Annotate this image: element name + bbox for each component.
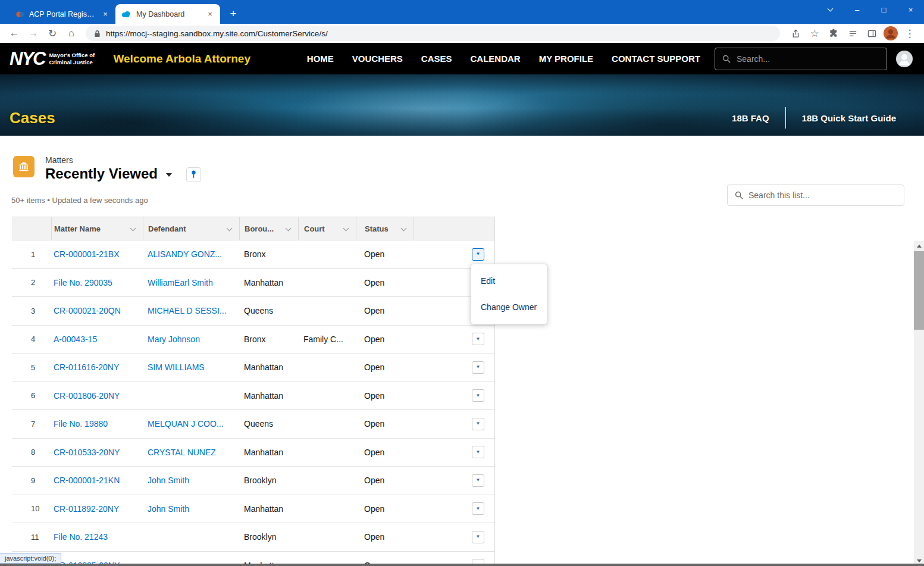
menu-item-edit[interactable]: Edit [471, 268, 547, 294]
user-avatar-icon[interactable] [895, 50, 913, 68]
matter-link[interactable]: CR-000021-20QN [54, 306, 121, 315]
court-cell [298, 495, 356, 523]
matter-link[interactable]: CR-011616-20NY [54, 362, 119, 372]
defendant-link[interactable]: SIM WILLIAMS [148, 362, 205, 372]
profile-avatar[interactable] [882, 25, 899, 42]
defendant-link[interactable]: WilliamEarl Smith [148, 278, 213, 287]
list-view-selector[interactable]: Recently Viewed [45, 165, 172, 182]
nav-link-cases[interactable]: CASES [421, 54, 452, 64]
tab-close-icon[interactable]: × [101, 10, 110, 19]
nav-link-calendar[interactable]: CALENDAR [471, 54, 521, 64]
header-search-input[interactable] [737, 54, 867, 64]
refresh-button[interactable]: ↻ [44, 25, 61, 42]
url-text[interactable]: https://mocj--staging.sandbox.my.site.co… [106, 29, 328, 38]
row-number-cell: 7 [12, 410, 51, 438]
nyc-logo[interactable]: NYC [10, 48, 45, 70]
menu-item-change-owner[interactable]: Change Owner [471, 294, 547, 320]
row-actions-button[interactable]: ▼ [472, 361, 484, 374]
column-header-bor[interactable]: Borou... [239, 217, 298, 240]
column-header-status[interactable]: Status [356, 217, 414, 240]
row-actions-button[interactable]: ▼ [472, 418, 484, 430]
defendant-link[interactable]: ALISANDY GONZ... [148, 249, 222, 259]
share-icon[interactable] [787, 25, 804, 42]
back-button[interactable]: ← [6, 25, 23, 42]
action-cell: ▼ [414, 326, 494, 354]
row-actions-button[interactable]: ▼ [472, 446, 484, 458]
row-actions-button[interactable]: ▼ [472, 333, 484, 345]
home-button[interactable]: ⌂ [63, 25, 80, 42]
window-minimize-button[interactable]: – [844, 0, 870, 19]
defendant-link[interactable]: John Smith [148, 476, 189, 485]
table-row: 4A-00043-15Mary JohnsonBronxFamily C...O… [12, 326, 494, 354]
matters-entity-icon [13, 156, 35, 177]
matter-link[interactable]: File No. 21243 [54, 532, 108, 542]
row-number-cell: 1 [12, 240, 51, 268]
window-maximize-button[interactable]: □ [870, 0, 897, 19]
matter-link[interactable]: File No. 290035 [54, 278, 112, 287]
tab-close-icon[interactable]: × [205, 10, 215, 19]
list-search-box[interactable] [727, 185, 904, 206]
defendant-link[interactable]: Mary Johnson [148, 334, 200, 344]
link-18b-faq[interactable]: 18B FAQ [732, 113, 769, 123]
matter-link[interactable]: CR-001806-20NY [54, 391, 120, 401]
matter-cell: File No. 21243 [51, 523, 143, 551]
row-actions-button[interactable]: ▼ [472, 502, 484, 515]
address-bar[interactable]: https://mocj--staging.sandbox.my.site.co… [86, 26, 780, 41]
status-value: Open [364, 391, 384, 401]
nav-link-home[interactable]: HOME [307, 54, 334, 64]
column-header-def[interactable]: Defendant [143, 217, 239, 240]
column-header-court[interactable]: Court [298, 217, 356, 240]
new-tab-button[interactable]: + [225, 5, 242, 22]
vertical-scrollbar[interactable] [914, 241, 924, 566]
column-header-matter[interactable]: Matter Name [51, 217, 143, 240]
defendant-cell [143, 523, 239, 551]
bookmark-star-icon[interactable]: ☆ [806, 25, 823, 42]
list-view-title[interactable]: Recently Viewed [45, 165, 158, 182]
borough-cell: Bronx [239, 240, 298, 268]
matter-link[interactable]: CR-010533-20NY [54, 448, 120, 457]
nav-link-my-profile[interactable]: MY PROFILE [539, 54, 593, 64]
chevron-down-icon [286, 226, 292, 232]
pin-list-view-button[interactable] [186, 167, 201, 182]
borough-cell: Queens [239, 297, 298, 325]
row-actions-button[interactable]: ▼ [472, 248, 484, 261]
nav-link-contact-support[interactable]: CONTACT SUPPORT [612, 54, 700, 64]
link-18b-quick-start-guide[interactable]: 18B Quick Start Guide [802, 113, 896, 123]
scroll-up-arrow-icon[interactable] [914, 241, 924, 251]
matter-link[interactable]: CR-000001-21BX [54, 249, 120, 259]
hero-links: 18B FAQ 18B Quick Start Guide [732, 107, 896, 129]
scrollbar-thumb[interactable] [914, 251, 924, 330]
matter-link[interactable]: CR-011892-20NY [54, 504, 119, 514]
defendant-link[interactable]: CRYSTAL NUNEZ [148, 448, 216, 457]
tab-my-dashboard[interactable]: My Dashboard × [115, 4, 220, 24]
row-actions-button[interactable]: ▼ [472, 389, 484, 402]
table-row: 9CR-000001-21KNJohn SmithBrooklynOpen▼ [12, 467, 494, 495]
row-actions-button[interactable]: ▼ [472, 531, 484, 543]
matter-cell: CR-000021-20QN [51, 297, 143, 325]
matter-cell: CR-000001-21BX [51, 240, 143, 268]
header-search-box[interactable] [715, 48, 887, 70]
browser-menu-kebab-icon[interactable]: ⋮ [901, 25, 918, 42]
list-search-input[interactable] [748, 190, 891, 200]
defendant-link[interactable]: John Smith [148, 504, 189, 514]
extensions-puzzle-icon[interactable] [825, 25, 842, 42]
borough-value: Manhattan [244, 448, 283, 457]
records-table: Matter NameDefendantBorou...CourtStatus … [12, 217, 495, 566]
forward-button[interactable]: → [25, 25, 42, 42]
reading-list-icon[interactable] [844, 25, 861, 42]
defendant-link[interactable]: MELQUAN J COO... [148, 419, 224, 429]
nav-link-vouchers[interactable]: VOUCHERS [352, 54, 403, 64]
tab-search-chevron-icon[interactable] [817, 0, 844, 19]
entity-label: Matters [45, 155, 73, 165]
defendant-link[interactable]: MICHAEL D SESSI... [148, 306, 227, 315]
side-panel-icon[interactable] [863, 25, 880, 42]
window-close-button[interactable]: × [897, 0, 924, 19]
matter-link[interactable]: File No. 19880 [54, 419, 108, 429]
table-row: 10CR-011892-20NYJohn SmithManhattanOpen▼ [12, 495, 494, 524]
status-value: Open [364, 306, 384, 315]
tab-acp-portal[interactable]: ACP Portal Registratio × [11, 4, 115, 24]
defendant-cell: CRYSTAL NUNEZ [143, 439, 239, 467]
matter-link[interactable]: A-00043-15 [54, 334, 97, 344]
row-actions-button[interactable]: ▼ [472, 474, 484, 487]
matter-link[interactable]: CR-000001-21KN [54, 476, 120, 485]
